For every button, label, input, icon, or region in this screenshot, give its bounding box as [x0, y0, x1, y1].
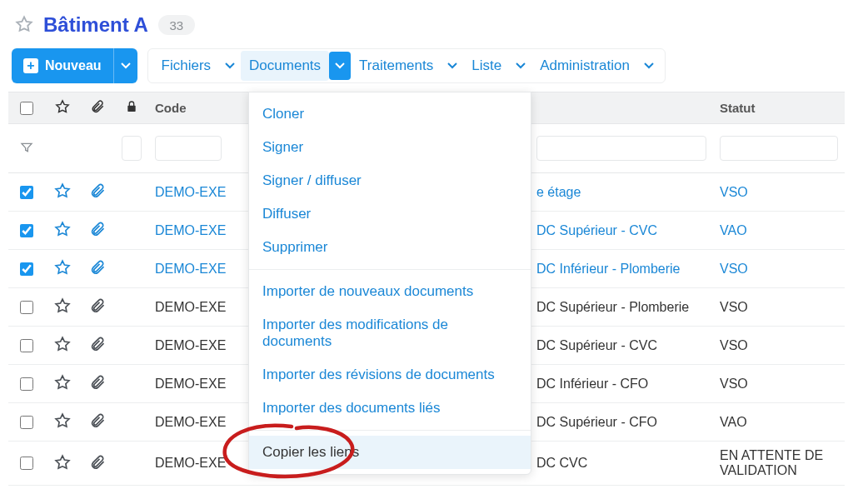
menu-administration-caret[interactable]	[638, 52, 660, 80]
row-checkbox[interactable]	[20, 186, 33, 199]
page-title: Bâtiment A	[43, 13, 148, 37]
menu-strip: Fichiers Documents Traitements Liste	[147, 48, 666, 83]
attachment-column-icon	[90, 99, 105, 117]
plus-icon: +	[23, 58, 38, 73]
star-icon[interactable]	[54, 221, 71, 240]
attachment-icon[interactable]	[89, 454, 106, 473]
dropdown-diffuser[interactable]: Diffuser	[249, 197, 531, 231]
star-icon[interactable]	[54, 259, 71, 278]
new-button-group: + Nouveau	[12, 48, 137, 83]
code-cell[interactable]: DEMO-EXE	[155, 223, 226, 238]
lock-column-icon	[125, 100, 138, 116]
code-cell[interactable]: DEMO-EXE	[155, 456, 226, 471]
dropdown-signer[interactable]: Signer	[249, 131, 531, 164]
menu-fichiers-caret[interactable]	[219, 52, 241, 80]
dropdown-signer-diffuser[interactable]: Signer / diffuser	[249, 164, 531, 197]
row-checkbox[interactable]	[20, 301, 33, 314]
count-badge: 33	[158, 15, 195, 35]
dropdown-supprimer[interactable]: Supprimer	[249, 231, 531, 264]
new-button-label: Nouveau	[45, 58, 102, 73]
menu-liste-caret[interactable]	[510, 52, 531, 80]
middle-column-header[interactable]	[530, 92, 713, 123]
statut-column-header[interactable]: Statut	[713, 92, 845, 123]
statut-cell[interactable]: VSO	[720, 338, 748, 353]
mid-filter-input[interactable]	[536, 136, 706, 161]
dropdown-separator	[249, 269, 531, 270]
row-checkbox[interactable]	[20, 339, 33, 352]
dropdown-import-rev[interactable]: Importer des révisions de documents	[249, 358, 531, 392]
menu-label: Documents	[249, 57, 321, 74]
menu-liste[interactable]: Liste	[463, 51, 510, 81]
code-cell[interactable]: DEMO-EXE	[155, 415, 226, 430]
menu-documents[interactable]: Documents	[241, 51, 329, 81]
code-cell[interactable]: DEMO-EXE	[155, 262, 226, 277]
attachment-icon[interactable]	[89, 412, 106, 432]
statut-cell[interactable]: VSO	[720, 377, 748, 392]
dropdown-import-new[interactable]: Importer de nouveaux documents	[249, 275, 531, 308]
attachment-icon[interactable]	[89, 336, 106, 355]
description-cell[interactable]: DC Inférieur - CFO	[536, 377, 648, 392]
row-checkbox[interactable]	[20, 457, 33, 470]
star-column-icon	[55, 99, 70, 117]
menu-label: Liste	[471, 57, 501, 74]
star-icon[interactable]	[54, 454, 71, 473]
attachment-icon[interactable]	[89, 374, 106, 393]
code-cell[interactable]: DEMO-EXE	[155, 338, 226, 353]
code-cell[interactable]: DEMO-EXE	[155, 300, 226, 315]
dropdown-import-linked[interactable]: Importer des documents liés	[249, 392, 531, 425]
menu-label: Traitements	[359, 57, 433, 74]
statut-cell[interactable]: VSO	[720, 185, 748, 200]
select-all-checkbox[interactable]	[20, 102, 33, 115]
star-icon[interactable]	[54, 297, 71, 317]
description-cell[interactable]: DC Supérieur - CVC	[536, 223, 657, 238]
statut-filter-input[interactable]	[720, 136, 838, 161]
description-cell[interactable]: DC CVC	[536, 456, 587, 471]
new-button[interactable]: + Nouveau	[12, 48, 113, 83]
menu-traitements[interactable]: Traitements	[351, 51, 441, 81]
statut-cell[interactable]: EN ATTENTE DE VALIDATION	[720, 448, 838, 478]
dropdown-copier-liens[interactable]: Copier les liens	[249, 436, 531, 469]
attachment-icon[interactable]	[89, 259, 106, 278]
statut-cell[interactable]: VAO	[720, 415, 747, 430]
description-cell[interactable]: DC Inférieur - Plomberie	[536, 262, 681, 277]
row-checkbox[interactable]	[20, 416, 33, 429]
description-cell[interactable]: DC Supérieur - CFO	[536, 415, 657, 430]
attachment-icon[interactable]	[89, 182, 106, 202]
star-icon[interactable]	[54, 374, 71, 393]
lock-filter[interactable]	[122, 136, 142, 161]
row-checkbox[interactable]	[20, 262, 33, 276]
dropdown-cloner[interactable]: Cloner	[249, 97, 531, 131]
attachment-icon[interactable]	[89, 297, 106, 317]
statut-cell[interactable]: VSO	[720, 300, 748, 315]
description-cell[interactable]: e étage	[536, 185, 581, 200]
row-checkbox[interactable]	[20, 224, 33, 237]
star-icon[interactable]	[54, 336, 71, 355]
code-cell[interactable]: DEMO-EXE	[155, 377, 226, 392]
star-icon[interactable]	[54, 412, 71, 432]
new-button-caret[interactable]	[113, 48, 137, 83]
menu-documents-caret[interactable]	[329, 52, 351, 80]
code-filter-input[interactable]	[155, 136, 222, 161]
dropdown-separator	[249, 430, 531, 431]
menu-fichiers[interactable]: Fichiers	[153, 51, 220, 81]
row-checkbox[interactable]	[20, 377, 33, 391]
menu-administration[interactable]: Administration	[531, 51, 638, 81]
statut-cell[interactable]: VSO	[720, 262, 748, 277]
star-icon[interactable]	[54, 182, 71, 202]
statut-cell[interactable]: VAO	[720, 223, 747, 238]
favorite-star-icon[interactable]	[15, 15, 33, 36]
dropdown-import-mod[interactable]: Importer des modifications de documents	[249, 308, 531, 358]
description-cell[interactable]: DC Supérieur - CVC	[536, 338, 657, 353]
attachment-icon[interactable]	[89, 221, 106, 240]
menu-label: Fichiers	[162, 57, 212, 74]
menu-traitements-caret[interactable]	[441, 52, 463, 80]
menu-label: Administration	[540, 57, 630, 74]
filter-icon[interactable]	[20, 141, 33, 157]
code-cell[interactable]: DEMO-EXE	[155, 185, 226, 200]
description-cell[interactable]: DC Supérieur - Plomberie	[536, 300, 689, 315]
documents-dropdown: Cloner Signer Signer / diffuser Diffuser…	[248, 92, 531, 475]
